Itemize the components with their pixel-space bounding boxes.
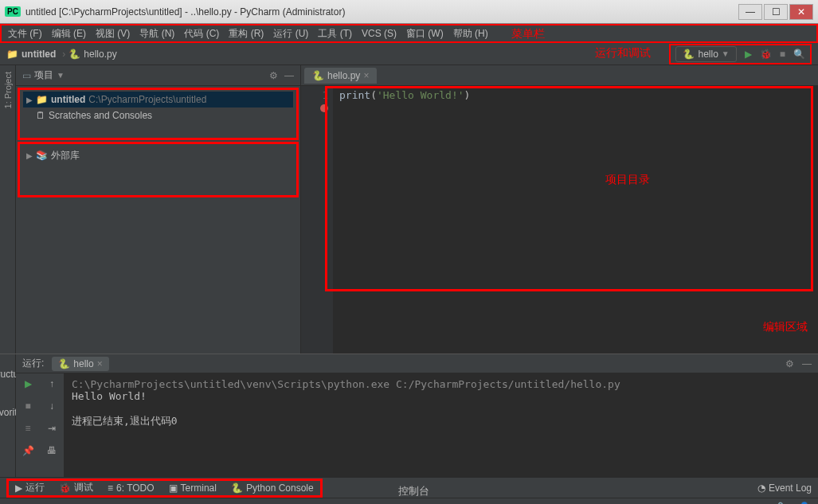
editor-gutter: 1 [301, 86, 333, 354]
menu-refactor[interactable]: 重构 (R) [229, 27, 264, 41]
run-config-tab[interactable]: 🐍 hello × [52, 357, 108, 371]
editor-tab-label: hello.py [327, 70, 360, 81]
python-icon: 🐍 [58, 358, 70, 369]
python-icon: 🐍 [683, 49, 695, 60]
folder-icon: 📁 [6, 49, 18, 60]
run-config-name: hello [698, 49, 718, 60]
annotation-editor: 编辑区域 [763, 320, 808, 334]
external-libs-node[interactable]: ▶ 📚 外部库 [23, 147, 293, 163]
app-badge-icon: PC [5, 6, 21, 17]
terminal-icon: ▣ [169, 483, 178, 494]
menu-edit[interactable]: 编辑 (E) [52, 27, 86, 41]
python-icon: 🐍 [231, 483, 243, 494]
run-icon: ▶ [15, 483, 22, 494]
menu-view[interactable]: 视图 (V) [96, 27, 130, 41]
menu-navigate[interactable]: 导航 (N) [139, 27, 174, 41]
bottom-tool-stripe: ▶运行 🐞调试 ≡6: TODO ▣Terminal 🐍Python Conso… [0, 477, 818, 498]
sidebar-tab-project[interactable]: 1: Project [3, 72, 13, 108]
annotation-project: 项目目录 [605, 173, 650, 187]
close-icon[interactable]: × [97, 358, 103, 369]
annotation-run: 运行和调试 [595, 46, 651, 61]
library-icon: 📚 [36, 150, 48, 161]
bottom-tab-pyconsole[interactable]: 🐍Python Console [231, 483, 314, 494]
scratches-icon: 🗒 [36, 110, 45, 121]
hide-button[interactable]: — [284, 70, 294, 81]
code-fn: print [339, 89, 370, 101]
external-libs-label: 外部库 [51, 149, 80, 162]
chevron-down-icon: ▼ [722, 49, 730, 58]
bottom-tab-run[interactable]: ▶运行 [15, 481, 45, 494]
scratches-label: Scratches and Consoles [49, 110, 152, 121]
project-header-title[interactable]: 项目 [34, 68, 53, 82]
bottom-tab-terminal[interactable]: ▣Terminal [169, 483, 217, 494]
layout-button[interactable]: ≡ [25, 423, 30, 434]
annotation-console: 控制台 [390, 479, 437, 503]
chevron-down-icon[interactable]: ▼ [57, 71, 65, 80]
event-log-icon: ◔ [757, 483, 765, 494]
search-everywhere-button[interactable]: 🔍 [793, 49, 805, 60]
up-button[interactable]: ↑ [49, 378, 54, 389]
console-exit: 进程已结束,退出代码0 [72, 414, 810, 428]
gear-icon[interactable]: ⚙ [269, 70, 278, 81]
run-tab-label: hello [73, 358, 93, 369]
breakpoint-icon[interactable] [320, 104, 328, 112]
breadcrumb-file[interactable]: hello.py [84, 49, 116, 60]
bottom-tab-todo[interactable]: ≡6: TODO [108, 483, 155, 494]
code-string: 'Hello World!' [377, 89, 464, 101]
annotation-menubar: 菜单栏 [511, 27, 545, 41]
scratches-node[interactable]: 🗒 Scratches and Consoles [23, 107, 293, 123]
console-command: C:\PycharmProjects\untitled\venv\Scripts… [72, 378, 810, 390]
project-tree-root[interactable]: ▶ 📁 untitled C:\PycharmProjects\untitled [23, 92, 293, 107]
rerun-button[interactable]: ▶ [25, 378, 32, 389]
print-button[interactable]: 🖶 [47, 445, 57, 456]
bottom-tab-eventlog[interactable]: ◔Event Log [757, 483, 812, 494]
wrap-button[interactable]: ⇥ [48, 423, 56, 434]
run-config-selector[interactable]: 🐍 hello ▼ [675, 46, 736, 62]
stop-button[interactable]: ■ [25, 400, 30, 412]
project-root-name: untitled [51, 94, 85, 105]
menu-window[interactable]: 窗口 (W) [406, 27, 444, 41]
down-button[interactable]: ↓ [49, 400, 54, 412]
code-paren: ( [370, 89, 377, 101]
bottom-tab-debug[interactable]: 🐞调试 [59, 481, 93, 494]
menu-bar: 文件 (F) 编辑 (E) 视图 (V) 导航 (N) 代码 (C) 重构 (R… [0, 24, 818, 43]
run-button[interactable]: ▶ [745, 49, 752, 60]
breadcrumb-root[interactable]: untitled [22, 49, 56, 60]
run-tool-window: 7: Structure 2: Favorites 运行: 🐍 hello × … [0, 354, 818, 477]
window-titlebar: PC untitled [C:\PycharmProjects\untitled… [0, 0, 818, 24]
menu-run[interactable]: 运行 (U) [273, 27, 308, 41]
pin-button[interactable]: 📌 [22, 445, 34, 456]
editor[interactable]: 1 print('Hello World!') [301, 86, 818, 354]
minimize-button[interactable]: — [738, 4, 762, 20]
folder-icon: ▭ [22, 70, 31, 81]
run-toolbar: 🐍 hello ▼ ▶ 🐞 ■ 🔍 [669, 44, 812, 64]
bug-icon: 🐞 [59, 483, 71, 494]
menu-tools[interactable]: 工具 (T) [318, 27, 352, 41]
gear-icon[interactable]: ⚙ [785, 358, 794, 369]
todo-icon: ≡ [108, 483, 113, 494]
navigation-bar: 📁 untitled › 🐍 hello.py 运行和调试 🐍 hello ▼ … [0, 43, 818, 65]
python-file-icon: 🐍 [312, 70, 324, 81]
stop-button[interactable]: ■ [780, 49, 785, 60]
folder-icon: 📁 [36, 94, 48, 105]
menu-vcs[interactable]: VCS (S) [362, 28, 397, 39]
python-file-icon: 🐍 [68, 49, 80, 60]
close-button[interactable]: ✕ [789, 4, 813, 20]
run-header-label: 运行: [22, 357, 44, 370]
menu-file[interactable]: 文件 (F) [8, 27, 42, 41]
project-tool-window: ▭ 项目 ▼ ⚙ — ▶ 📁 untitled C:\PycharmProjec… [16, 65, 301, 354]
menu-code[interactable]: 代码 (C) [184, 27, 219, 41]
code-paren: ) [464, 89, 471, 101]
left-tool-stripe: 1: Project [0, 65, 16, 354]
console-output[interactable]: C:\PycharmProjects\untitled\venv\Scripts… [64, 373, 818, 477]
window-title: untitled [C:\PycharmProjects\untitled] -… [25, 6, 738, 18]
editor-tab-hello[interactable]: 🐍 hello.py × [304, 68, 377, 84]
debug-button[interactable]: 🐞 [760, 49, 772, 60]
project-root-path: C:\PycharmProjects\untitled [88, 94, 206, 105]
line-number: 1 [322, 89, 328, 101]
console-stdout: Hello World! [72, 390, 810, 402]
hide-button[interactable]: — [802, 358, 812, 369]
maximize-button[interactable]: ☐ [764, 4, 788, 20]
close-tab-icon[interactable]: × [363, 70, 369, 81]
menu-help[interactable]: 帮助 (H) [453, 27, 488, 41]
